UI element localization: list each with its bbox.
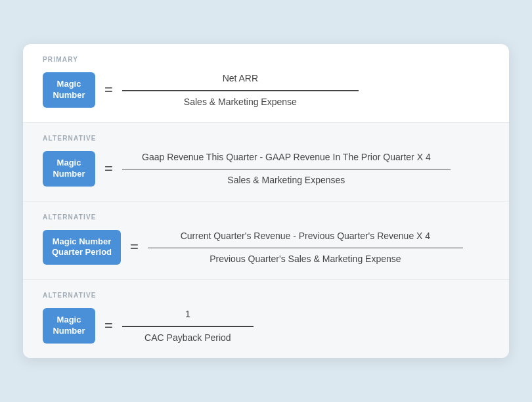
denominator: Previous Quarter's Sales & Marketing Exp… [210,251,401,264]
formula-row: Magic Number=Net ARRSales & Marketing Ex… [43,72,489,108]
fraction-line [122,326,254,327]
magic-number-box: Magic Number Quarter Period [43,230,121,265]
fraction-line [122,169,451,170]
numerator: Net ARR [223,73,258,87]
equals-sign: = [130,238,139,256]
section-label: PRIMARY [43,56,489,63]
denominator: Sales & Marketing Expenses [227,172,345,185]
section-label: ALTERNATIVE [43,213,489,221]
fraction: Gaap Revenue This Quarter - GAAP Revenue… [122,152,451,186]
equals-sign: = [104,160,113,177]
section-label: ALTERNATIVE [43,292,489,299]
denominator: CAC Payback Period [144,330,231,343]
section-label: ALTERNATIVE [43,135,489,142]
numerator: Gaap Revenue This Quarter - GAAP Revenue… [142,152,431,166]
main-card: PRIMARYMagic Number=Net ARRSales & Marke… [23,44,509,358]
formula-section-primary: PRIMARYMagic Number=Net ARRSales & Marke… [23,44,509,123]
formula-row: Magic Number Quarter Period=Current Quar… [43,230,489,265]
formula-row: Magic Number=Gaap Revenue This Quarter -… [43,151,489,187]
equals-sign: = [104,317,113,334]
denominator: Sales & Marketing Expense [184,94,297,107]
fraction-line [148,248,463,249]
fraction-line [122,90,359,91]
numerator: 1 [185,309,190,323]
formula-section-alternative1: ALTERNATIVEMagic Number=Gaap Revenue Thi… [23,123,509,202]
equals-sign: = [104,81,113,99]
formula-section-alternative2: ALTERNATIVEMagic Number Quarter Period=C… [23,202,509,280]
fraction: 1CAC Payback Period [122,309,254,343]
fraction: Net ARRSales & Marketing Expense [122,73,359,107]
magic-number-box: Magic Number [43,151,95,187]
formula-row: Magic Number=1CAC Payback Period [43,308,489,344]
formula-section-alternative3: ALTERNATIVEMagic Number=1CAC Payback Per… [23,280,509,358]
magic-number-box: Magic Number [43,308,95,344]
fraction: Current Quarter's Revenue - Previous Qua… [148,231,463,265]
numerator: Current Quarter's Revenue - Previous Qua… [181,231,430,245]
magic-number-box: Magic Number [43,72,95,108]
